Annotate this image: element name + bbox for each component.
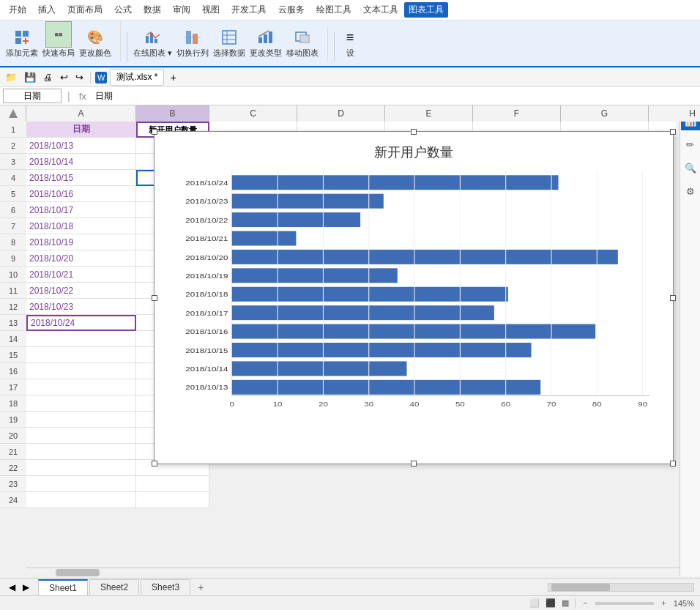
cell-A4[interactable]: 2018/10/15 (26, 170, 136, 186)
col-header-A[interactable]: A (26, 105, 136, 122)
row-num-14[interactable]: 14 (0, 331, 26, 347)
cell-A20[interactable] (26, 428, 136, 444)
cell-A8[interactable]: 2018/10/19 (26, 234, 136, 250)
cell-A15[interactable] (26, 347, 136, 363)
row-num-24[interactable]: 24 (0, 492, 26, 508)
online-chart-btn[interactable]: 在线图表 ▾ (133, 27, 172, 59)
qa-redo[interactable]: ↪ (73, 70, 86, 84)
row-num-12[interactable]: 12 (0, 299, 26, 315)
row-num-21[interactable]: 21 (0, 444, 26, 460)
cell-A24[interactable] (26, 492, 136, 508)
row-num-16[interactable]: 16 (0, 363, 26, 379)
qa-undo[interactable]: ↩ (58, 70, 70, 84)
right-btn-settings[interactable]: ⚙ (681, 182, 700, 201)
right-btn-edit[interactable]: ✏ (681, 135, 700, 154)
row-num-8[interactable]: 8 (0, 234, 26, 250)
cell-A9[interactable]: 2018/10/20 (26, 250, 136, 267)
change-type-btn[interactable]: 更改类型 (250, 27, 282, 59)
resize-handle-tl[interactable] (152, 129, 157, 135)
col-header-H[interactable]: H (649, 105, 700, 122)
menu-start[interactable]: 开始 (3, 1, 32, 18)
quick-layout-btn[interactable]: ■■ 快速布局 (42, 21, 75, 59)
select-data-btn[interactable]: 选择数据 (213, 27, 245, 59)
menu-review[interactable]: 审阅 (167, 1, 196, 18)
chart-settings-btn[interactable]: ≡ 设 (340, 27, 360, 59)
cell-A18[interactable] (26, 395, 136, 412)
col-header-D[interactable]: D (297, 105, 385, 122)
cell-A22[interactable] (26, 460, 136, 476)
menu-cloud[interactable]: 云服务 (272, 1, 310, 18)
row-num-20[interactable]: 20 (0, 428, 26, 444)
col-header-B[interactable]: B (136, 105, 209, 122)
menu-layout[interactable]: 页面布局 (62, 1, 108, 18)
qa-open[interactable]: 📁 (3, 70, 19, 84)
col-header-G[interactable]: G (561, 105, 649, 122)
col-header-F[interactable]: F (473, 105, 561, 122)
cell-A23[interactable] (26, 476, 136, 492)
cell-A17[interactable] (26, 379, 136, 395)
qa-print[interactable]: 🖨 (41, 70, 55, 84)
menu-formula[interactable]: 公式 (108, 1, 138, 18)
row-num-11[interactable]: 11 (0, 283, 26, 299)
row-num-18[interactable]: 18 (0, 395, 26, 412)
menu-chart[interactable]: 图表工具 (404, 2, 448, 18)
row-num-4[interactable]: 4 (0, 170, 26, 186)
cell-A7[interactable]: 2018/10/18 (26, 218, 136, 234)
row-num-7[interactable]: 7 (0, 218, 26, 234)
row-num-15[interactable]: 15 (0, 347, 26, 363)
row-num-19[interactable]: 19 (0, 412, 26, 428)
resize-handle-br[interactable] (670, 461, 676, 466)
menu-insert[interactable]: 插入 (32, 1, 62, 18)
cell-A21[interactable] (26, 444, 136, 460)
file-tab-label[interactable]: 测试.xlsx * (110, 69, 164, 86)
row-num-9[interactable]: 9 (0, 250, 26, 267)
cell-A12[interactable]: 2018/10/23 (26, 299, 136, 315)
row-num-3[interactable]: 3 (0, 154, 26, 170)
qa-wps[interactable]: W (95, 72, 107, 83)
add-element-btn[interactable]: 添加元素 (6, 27, 38, 59)
resize-handle-bl[interactable] (152, 461, 157, 466)
row-num-23[interactable]: 23 (0, 476, 26, 492)
move-chart-btn[interactable]: 移动图表 (286, 27, 319, 59)
cell-A1[interactable]: 日期 (26, 122, 136, 138)
cell-A5[interactable]: 2018/10/16 (26, 186, 136, 202)
row-num-13[interactable]: 13 (0, 315, 26, 331)
row-num-5[interactable]: 5 (0, 186, 26, 202)
row-num-6[interactable]: 6 (0, 202, 26, 218)
switch-row-col-btn[interactable]: 切换行列 (176, 27, 209, 59)
menu-draw[interactable]: 绘图工具 (310, 1, 357, 18)
cell-A2[interactable]: 2018/10/13 (26, 138, 136, 154)
cell-A11[interactable]: 2018/10/22 (26, 283, 136, 299)
qa-save[interactable]: 💾 (22, 70, 38, 84)
menu-view[interactable]: 视图 (196, 1, 226, 18)
row-num-2[interactable]: 2 (0, 138, 26, 154)
formula-input[interactable] (92, 89, 697, 103)
cell-B24[interactable] (136, 492, 209, 508)
cell-A16[interactable] (26, 363, 136, 379)
menu-data[interactable]: 数据 (138, 1, 167, 18)
menu-dev[interactable]: 开发工具 (226, 1, 272, 18)
cell-A10[interactable]: 2018/10/21 (26, 267, 136, 283)
name-box[interactable] (3, 89, 62, 103)
cell-A6[interactable]: 2018/10/17 (26, 202, 136, 218)
row-num-10[interactable]: 10 (0, 267, 26, 283)
h-scrollbar[interactable] (26, 568, 679, 576)
cell-A3[interactable]: 2018/10/14 (26, 154, 136, 170)
h-scroll-thumb[interactable] (56, 569, 100, 576)
col-header-C[interactable]: C (209, 105, 297, 122)
resize-handle-tr[interactable] (670, 129, 676, 135)
row-num-1[interactable]: 1 (0, 122, 26, 138)
row-num-17[interactable]: 17 (0, 379, 26, 395)
resize-handle-bc[interactable] (411, 461, 417, 466)
row-num-22[interactable]: 22 (0, 460, 26, 476)
resize-handle-tc[interactable] (411, 129, 417, 135)
change-color-btn[interactable]: 🎨 更改颜色 (79, 27, 111, 59)
cell-A13[interactable]: 2018/10/24 (26, 315, 136, 331)
cell-A19[interactable] (26, 412, 136, 428)
menu-text[interactable]: 文本工具 (357, 1, 404, 18)
col-header-E[interactable]: E (385, 105, 473, 122)
chart-container[interactable]: 新开用户数量 2018/10/24 2018/10/23 2018/10/22 (154, 131, 674, 464)
cell-B23[interactable] (136, 476, 209, 492)
new-tab-btn[interactable]: + (167, 70, 179, 85)
cell-A14[interactable] (26, 331, 136, 347)
